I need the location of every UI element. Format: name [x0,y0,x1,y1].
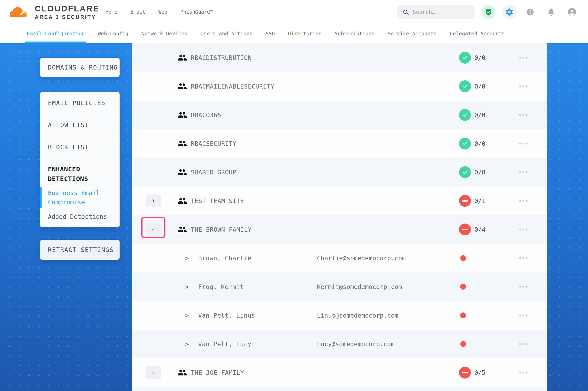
status-count: 0/1 [474,197,485,204]
tab-directories[interactable]: Directories [288,24,322,43]
table-row: > RBACO365 0/0 [132,100,547,129]
sidebar-policies-card: EMAIL POLICIESALLOW LISTBLOCK LIST ENHAN… [40,92,120,227]
row-menu-button[interactable] [518,370,528,376]
expand-toggle-button[interactable] [146,223,161,236]
brand-subname: AREA 1 SECURITY [35,14,100,20]
tab-delegated-accounts[interactable]: Delegated Accounts [450,24,505,43]
sidebar-item-block-list[interactable]: BLOCK LIST [40,136,120,158]
row-name: RBACO365 [191,111,221,119]
topbar: CLOUDFLARE AREA 1 SECURITY HomeEmailWebP… [0,0,588,24]
nav-item[interactable]: Email [131,9,145,15]
row-menu-button[interactable] [518,341,528,347]
tab-service-accounts[interactable]: Service Accounts [388,24,437,43]
tab-email-configuration[interactable]: Email Configuration [27,24,85,43]
minus-icon [462,372,468,373]
row-menu-button[interactable] [518,169,528,175]
gear-icon [505,8,514,16]
group-people-icon [177,196,187,206]
status-count: 0/0 [474,111,485,119]
bell-icon [547,7,556,16]
row-menu-button[interactable] [518,227,528,232]
table-row: > RBACSECURITY 0/0 [132,129,547,158]
enhanced-detections-title: ENHANCED DETECTIONS [40,158,120,184]
expand-toggle-button[interactable] [146,366,161,379]
minus-icon [462,229,468,230]
search-icon [403,9,409,15]
member-chevron-icon: > [185,283,189,291]
tab-sso[interactable]: SSO [266,24,275,43]
brand-text: CLOUDFLARE AREA 1 SECURITY [35,4,100,20]
protection-status-button[interactable] [481,5,495,19]
tab-network-devices[interactable]: Network Devices [142,24,187,43]
nav-item[interactable]: Web [158,9,167,15]
group-people-icon [177,53,187,63]
row-email: Charlie@somedemocorp.com [317,255,406,262]
row-menu-button[interactable] [518,55,528,61]
row-menu-button[interactable] [518,112,528,118]
table-row: > SHARED_GROUP 0/0 [132,158,547,187]
tab-users-and-actions[interactable]: Users and Actions [201,24,253,43]
table-row: > RBACDISTRUBUTION 0/0 [132,43,547,72]
row-name: SHARED_GROUP [191,169,236,176]
row-menu-button[interactable] [518,198,528,204]
group-people-icon [177,368,187,378]
policy-items: EMAIL POLICIESALLOW LISTBLOCK LIST [40,92,120,158]
sidebar-item-email-policies[interactable]: EMAIL POLICIES [40,92,120,114]
row-email: Kermit@somedemocorp.com [317,283,402,291]
table-row: > Van Pelt, Linus Linus@somedemocorp.com [132,301,547,330]
row-menu-button[interactable] [518,84,528,89]
svg-text:?: ? [529,10,532,15]
row-name: Van Pelt, Lucy [198,340,251,348]
status-icon [459,138,471,149]
secondary-nav: Email ConfigurationWeb ConfigNetwork Dev… [0,24,588,43]
status-icon [459,195,471,207]
nav-item[interactable]: Home [106,9,118,15]
groups-table: > RBACDISTRUBUTION 0/0 > RBACMAILENABLES… [132,43,547,391]
status-count: 0/5 [474,369,485,376]
row-menu-button[interactable] [518,141,528,147]
status-dot [460,284,466,290]
sidebar-item-allow-list[interactable]: ALLOW LIST [40,114,120,136]
search-box[interactable] [397,5,475,19]
row-menu-button[interactable] [518,255,528,261]
status-icon [459,80,471,92]
row-menu-button[interactable] [518,312,528,318]
minus-icon [462,200,468,202]
cloudflare-cloud-icon [8,5,31,19]
search-input[interactable] [413,9,466,15]
check-icon [462,112,468,118]
row-name: Van Pelt, Linus [198,312,255,319]
brand-logo: CLOUDFLARE AREA 1 SECURITY [8,4,100,20]
sidebar-item-business-email-compromise[interactable]: Business Email Compromise [40,188,120,207]
notifications-button[interactable] [544,5,558,19]
settings-button[interactable] [502,5,516,19]
table-row-partial [132,387,547,391]
status-icon [459,109,471,121]
enhanced-items: Business Email CompromiseAdded Detection… [40,188,120,221]
topbar-right: ? [397,5,579,19]
sidebar-item-added-detections[interactable]: Added Detections [40,212,120,221]
expand-toggle-button[interactable] [146,195,161,207]
sidebar-item-domains-routing[interactable]: DOMAINS & ROUTING [40,58,120,77]
table-row: > THE JOE FAMILY 0/5 [132,358,547,387]
chevron-down-icon [151,227,155,232]
tab-web-config[interactable]: Web Config [98,24,129,43]
status-dot [460,312,466,318]
retract-settings-label: RETRACT SETTINGS [48,246,114,253]
sidebar-item-retract-settings[interactable]: RETRACT SETTINGS [40,240,120,260]
check-icon [462,140,468,147]
status-count: 0/0 [474,169,485,176]
group-people-icon [177,224,187,234]
group-people-icon [177,167,187,177]
member-chevron-icon: > [185,312,189,319]
help-icon: ? [526,7,535,16]
table-row: > Frog, Kermit Kermit@somedemocorp.com [132,272,547,301]
row-name: RBACDISTRUBUTION [191,54,252,61]
check-icon [462,83,468,89]
nav-item[interactable]: PhishGuard™ [180,9,213,15]
account-button[interactable] [565,5,579,19]
row-menu-button[interactable] [518,284,528,290]
tab-subscriptions[interactable]: Subscriptions [335,24,374,43]
help-button[interactable]: ? [523,5,537,19]
status-icon [459,52,471,64]
